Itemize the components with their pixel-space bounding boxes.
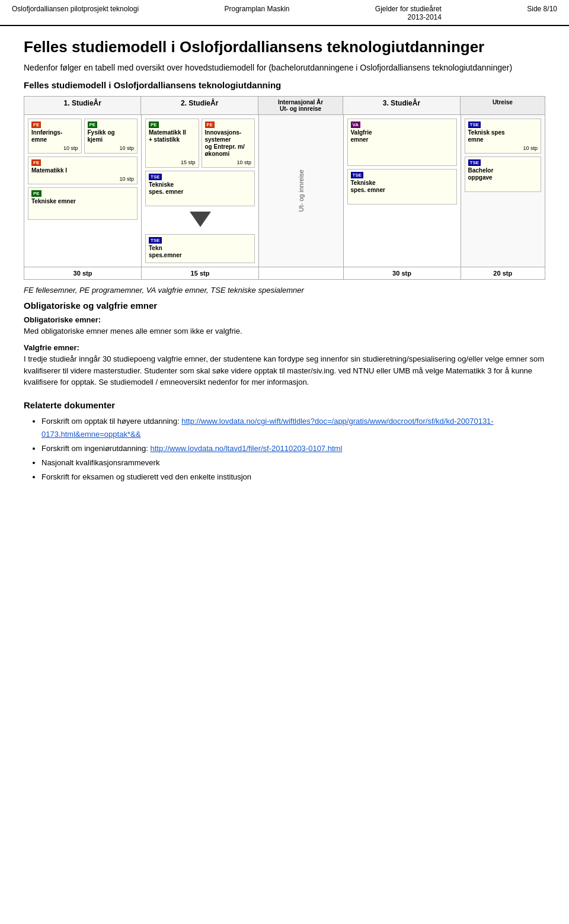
header-center: Programplan Maskin bbox=[224, 5, 289, 13]
year3b-col: TSE Teknisk spesemne 10 stp TSE Bachelor… bbox=[461, 115, 545, 267]
year1-header: 1. StudieÅr bbox=[24, 97, 141, 114]
tse-tag2: TSE bbox=[149, 237, 162, 244]
emne-teknisk-spes-emne: TSE Teknisk spesemne 10 stp bbox=[465, 119, 542, 154]
emne-innforing: FE Innførings-emne 10 stp bbox=[28, 119, 82, 154]
valgfrie-paragraph: Valgfrie emner: I tredje studieår inngår… bbox=[24, 342, 545, 388]
va-tag: VA bbox=[351, 122, 361, 128]
valgfrie-label: Valgfrie emner: bbox=[24, 343, 79, 352]
main-content: Felles studiemodell i Oslofjordalliansen… bbox=[0, 26, 569, 497]
emne-fysikk: PE Fysikk ogkjemi 10 stp bbox=[84, 119, 138, 154]
year3a-col: VA Valgfrieemner TSE Tekniskespes. emner bbox=[344, 115, 461, 267]
tse-tag3: TSE bbox=[351, 172, 364, 178]
page-header: Oslofjordalliansen pilotprosjekt teknolo… bbox=[0, 0, 569, 26]
obligatoriske-paragraph: Obligatoriske emner: Med obligatoriske e… bbox=[24, 314, 545, 337]
arrow-area bbox=[145, 209, 255, 231]
year3-header: 3. StudieÅr bbox=[343, 97, 460, 114]
lovdata-link-2[interactable]: http://www.lovdata.no/ltavd1/filer/sf-20… bbox=[151, 444, 343, 453]
study-diagram: 1. StudieÅr 2. StudieÅr Internasjonal År… bbox=[24, 96, 545, 280]
pe-tag3: PE bbox=[31, 190, 41, 197]
emne-tekn-spes2: TSE Teknspes.emner bbox=[145, 234, 255, 263]
pe-tag4: PE bbox=[149, 122, 159, 128]
tse-tag4: TSE bbox=[468, 122, 481, 128]
relaterte-title: Relaterte dokumenter bbox=[24, 400, 545, 410]
emne-valgfrie: VA Valgfrieemner bbox=[347, 119, 457, 166]
intro-text: Nedenfor følger en tabell med oversikt o… bbox=[24, 62, 545, 74]
fe-tag2: FE bbox=[31, 159, 41, 166]
obligatoriske-text: Med obligatoriske emner menes alle emner… bbox=[24, 327, 242, 335]
emne-matematikk2: PE Matematikk II+ statistikk 15 stp bbox=[145, 119, 199, 168]
year2-header: 2. StudieÅr bbox=[141, 97, 258, 114]
tse-tag5: TSE bbox=[468, 159, 481, 166]
intl-stp bbox=[259, 267, 344, 279]
fe-tag: FE bbox=[31, 122, 41, 128]
emne-tekniske-spes: TSE Tekniskespes. emner bbox=[145, 171, 255, 206]
relaterte-list: Forskrift om opptak til høyere utdanning… bbox=[24, 415, 545, 484]
intl-col: Ut- og innreise bbox=[259, 115, 344, 267]
list-item: Forskrift om ingeniørutdanning: http://w… bbox=[41, 442, 545, 455]
tse-tag: TSE bbox=[149, 174, 162, 180]
valgfrie-text: I tredje studieår inngår 30 studiepoeng … bbox=[24, 354, 544, 386]
main-title: Felles studiemodell i Oslofjordalliansen… bbox=[24, 38, 545, 56]
bullet-text-4: Forskrift for eksamen og studierett ved … bbox=[41, 472, 251, 481]
bullet-text-3: Nasjonalt kvalifikasjonsrammeverk bbox=[41, 458, 159, 467]
diagram-caption: FE fellesemner, PE programemner, VA valg… bbox=[24, 286, 545, 295]
emne-tekniske-spes2: TSE Tekniskespes. emner bbox=[347, 169, 457, 204]
pe-tag: PE bbox=[88, 122, 98, 128]
year3b-stp: 20 stp bbox=[461, 267, 545, 279]
studieaar-label: Gjelder for studieåret bbox=[375, 5, 442, 13]
year2-stp: 15 stp bbox=[142, 267, 259, 279]
header-right: Gjelder for studieåret 2013-2014 bbox=[375, 5, 442, 21]
header-left: Oslofjordalliansen pilotprosjekt teknolo… bbox=[12, 5, 139, 13]
diagram-footer: 30 stp 15 stp 30 stp 20 stp bbox=[24, 267, 545, 279]
utreise-header: Utreise bbox=[461, 97, 545, 114]
intl-label: Ut- og innreise bbox=[298, 170, 305, 212]
emne-matematikk1: FE Matematikk I 10 stp bbox=[28, 156, 138, 184]
intl-header: Internasjonal ÅrUt- og innreise bbox=[258, 97, 343, 114]
down-arrow bbox=[190, 212, 211, 227]
list-item: Forskrift om opptak til høyere utdanning… bbox=[41, 415, 545, 441]
year2-col: PE Matematikk II+ statistikk 15 stp FE I… bbox=[142, 115, 259, 267]
obligatoriske-label: Obligatoriske emner: bbox=[24, 315, 101, 324]
section-heading: Felles studiemodell i Oslofjordalliansen… bbox=[24, 80, 545, 90]
bullet-text-2: Forskrift om ingeniørutdanning: bbox=[41, 444, 151, 453]
emne-tekniske-emner: PE Tekniske emner bbox=[28, 187, 138, 220]
studieaar-value: 2013-2014 bbox=[375, 13, 442, 21]
year3a-stp: 30 stp bbox=[344, 267, 461, 279]
bullet-text-1: Forskrift om opptak til høyere utdanning… bbox=[41, 417, 181, 426]
list-item: Forskrift for eksamen og studierett ved … bbox=[41, 471, 545, 484]
list-item: Nasjonalt kvalifikasjonsrammeverk bbox=[41, 456, 545, 469]
emne-bachelor: TSE Bacheloroppgave bbox=[465, 156, 542, 192]
fe-tag3: FE bbox=[205, 122, 215, 128]
institution-name: Oslofjordalliansen pilotprosjekt teknolo… bbox=[12, 5, 139, 13]
diagram-header-row: 1. StudieÅr 2. StudieÅr Internasjonal År… bbox=[24, 97, 545, 115]
emne-innovasjon: FE Innovasjons-systemerog Entrepr. m/øko… bbox=[202, 119, 255, 168]
obligatoriske-section-title: Obligatoriske og valgfrie emner bbox=[24, 300, 545, 311]
year1-stp: 30 stp bbox=[24, 267, 142, 279]
program-name: Programplan Maskin bbox=[224, 5, 289, 13]
diagram-body: FE Innførings-emne 10 stp PE Fysikk ogkj… bbox=[24, 115, 545, 267]
page-number: Side 8/10 bbox=[527, 5, 557, 13]
year1-col: FE Innførings-emne 10 stp PE Fysikk ogkj… bbox=[24, 115, 142, 267]
